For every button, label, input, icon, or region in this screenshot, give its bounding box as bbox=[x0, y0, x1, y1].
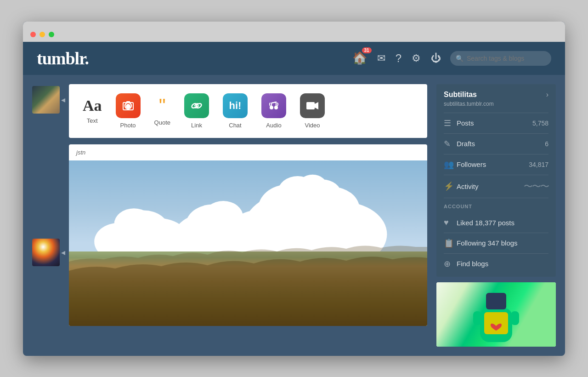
svg-point-3 bbox=[126, 104, 130, 109]
author-name[interactable]: jstn bbox=[76, 149, 85, 156]
svg-point-29 bbox=[204, 201, 243, 233]
browser-chrome bbox=[23, 22, 565, 42]
posts-count: 5,758 bbox=[532, 120, 548, 127]
drafts-row[interactable]: ✎ Drafts 6 bbox=[436, 134, 556, 154]
drafts-count: 6 bbox=[545, 140, 548, 148]
post-type-link[interactable]: Link bbox=[184, 93, 209, 129]
photo-label: Photo bbox=[120, 122, 136, 129]
avatar-explosion-image bbox=[32, 239, 60, 266]
main-content: ◂ ◂ Aa Text bbox=[23, 75, 565, 356]
messages-icon[interactable]: ✉ bbox=[377, 52, 385, 64]
drafts-icon: ✎ bbox=[444, 139, 457, 149]
svg-rect-31 bbox=[486, 293, 506, 309]
following-label: Following 347 blogs bbox=[457, 239, 548, 247]
post-type-quote[interactable]: " Quote bbox=[154, 96, 170, 126]
posts-row[interactable]: ☰ Posts 5,758 bbox=[436, 113, 556, 133]
text-icon: Aa bbox=[83, 98, 102, 114]
right-sidebar: Subtilitas › subtilitas.tumblr.com ☰ Pos… bbox=[436, 84, 556, 347]
post-type-chat[interactable]: hi! Chat bbox=[223, 93, 248, 129]
power-icon[interactable]: ⏻ bbox=[431, 52, 441, 64]
svg-rect-34 bbox=[511, 311, 519, 325]
svg-rect-32 bbox=[484, 312, 508, 334]
blog-post-card: jstn bbox=[69, 144, 427, 326]
terrain-svg bbox=[69, 243, 427, 326]
followers-count: 34,817 bbox=[529, 161, 548, 168]
post-type-photo[interactable]: Photo bbox=[116, 93, 141, 129]
browser-window: tumblr. 🏠 31 ✉ ? ⚙ ⏻ 🔍 ◂ ◂ bbox=[23, 22, 565, 356]
liked-row[interactable]: ♥ Liked 18,377 posts bbox=[436, 213, 556, 233]
activity-wave: 〜〜〜 bbox=[524, 180, 548, 193]
audio-icon bbox=[261, 93, 286, 118]
find-icon: ⊕ bbox=[444, 259, 457, 269]
activity-icon: ⚡ bbox=[444, 181, 457, 191]
promo-character bbox=[469, 285, 524, 344]
svg-rect-33 bbox=[473, 311, 481, 325]
nav-icons: 🏠 31 ✉ ? ⚙ ⏻ bbox=[352, 51, 441, 65]
blog-name: Subtilitas bbox=[444, 91, 477, 99]
following-icon: 📋 bbox=[444, 238, 457, 248]
avatar-sidebar: ◂ ◂ bbox=[32, 84, 60, 266]
chevron-icon: › bbox=[546, 91, 548, 99]
create-post-card: Aa Text Photo " bbox=[69, 84, 427, 138]
following-row[interactable]: 📋 Following 347 blogs bbox=[436, 233, 556, 253]
avatar-item-explosion[interactable]: ◂ bbox=[32, 239, 60, 266]
video-label: Video bbox=[305, 122, 320, 129]
account-section: ACCOUNT bbox=[436, 198, 556, 213]
traffic-light-red[interactable] bbox=[30, 32, 36, 37]
blog-header[interactable]: Subtilitas › bbox=[436, 84, 556, 101]
posts-icon: ☰ bbox=[444, 118, 457, 128]
posts-area: Aa Text Photo " bbox=[69, 84, 427, 326]
photo-icon bbox=[116, 93, 141, 118]
avatar-arrow-icon: ◂ bbox=[61, 95, 65, 105]
svg-rect-8 bbox=[306, 102, 315, 109]
svg-rect-2 bbox=[126, 101, 130, 103]
svg-marker-9 bbox=[315, 102, 318, 109]
followers-row[interactable]: 👥 Followers 34,817 bbox=[436, 154, 556, 175]
activity-row[interactable]: ⚡ Activity 〜〜〜 bbox=[436, 175, 556, 198]
home-badge: 31 bbox=[362, 47, 372, 53]
activity-label: Activity bbox=[457, 183, 524, 190]
quote-icon: " bbox=[159, 96, 166, 115]
quote-label: Quote bbox=[154, 119, 170, 126]
posts-label: Posts bbox=[457, 119, 532, 127]
svg-point-24 bbox=[114, 208, 153, 240]
link-label: Link bbox=[191, 122, 202, 129]
avatar-house-image bbox=[32, 86, 60, 114]
home-icon[interactable]: 🏠 31 bbox=[352, 51, 367, 65]
audio-label: Audio bbox=[266, 122, 281, 129]
account-label: ACCOUNT bbox=[444, 204, 548, 209]
followers-icon: 👥 bbox=[444, 160, 457, 170]
drafts-label: Drafts bbox=[457, 140, 545, 148]
followers-label: Followers bbox=[457, 160, 529, 168]
logo: tumblr. bbox=[37, 48, 89, 69]
avatar-arrow-icon-2: ◂ bbox=[61, 247, 65, 257]
search-input[interactable] bbox=[450, 51, 551, 66]
text-label: Text bbox=[87, 117, 98, 124]
traffic-light-yellow[interactable] bbox=[40, 32, 45, 37]
blog-url: subtilitas.tumblr.com bbox=[436, 101, 556, 113]
video-icon bbox=[300, 93, 325, 118]
help-icon[interactable]: ? bbox=[396, 52, 401, 65]
find-label: Find blogs bbox=[457, 260, 548, 268]
promo-image bbox=[436, 282, 556, 347]
sidebar-card: Subtilitas › subtilitas.tumblr.com ☰ Pos… bbox=[436, 84, 556, 277]
liked-icon: ♥ bbox=[444, 218, 457, 228]
post-type-video[interactable]: Video bbox=[300, 93, 325, 129]
post-type-text[interactable]: Aa Text bbox=[83, 98, 102, 124]
svg-point-19 bbox=[298, 174, 328, 199]
blog-post-image bbox=[69, 160, 427, 326]
liked-label: Liked 18,377 posts bbox=[457, 219, 548, 227]
post-type-audio[interactable]: Audio bbox=[261, 93, 286, 129]
header: tumblr. 🏠 31 ✉ ? ⚙ ⏻ 🔍 bbox=[23, 42, 565, 75]
settings-icon[interactable]: ⚙ bbox=[412, 52, 421, 64]
chat-icon: hi! bbox=[223, 93, 248, 118]
blog-post-author: jstn bbox=[69, 144, 427, 160]
chat-label: Chat bbox=[229, 122, 241, 129]
avatar-item-house[interactable]: ◂ bbox=[32, 86, 60, 114]
link-icon bbox=[184, 93, 209, 118]
promo-card bbox=[436, 282, 556, 347]
traffic-light-green[interactable] bbox=[49, 32, 54, 37]
search-container: 🔍 bbox=[450, 51, 551, 66]
find-blogs-row[interactable]: ⊕ Find blogs bbox=[436, 254, 556, 274]
